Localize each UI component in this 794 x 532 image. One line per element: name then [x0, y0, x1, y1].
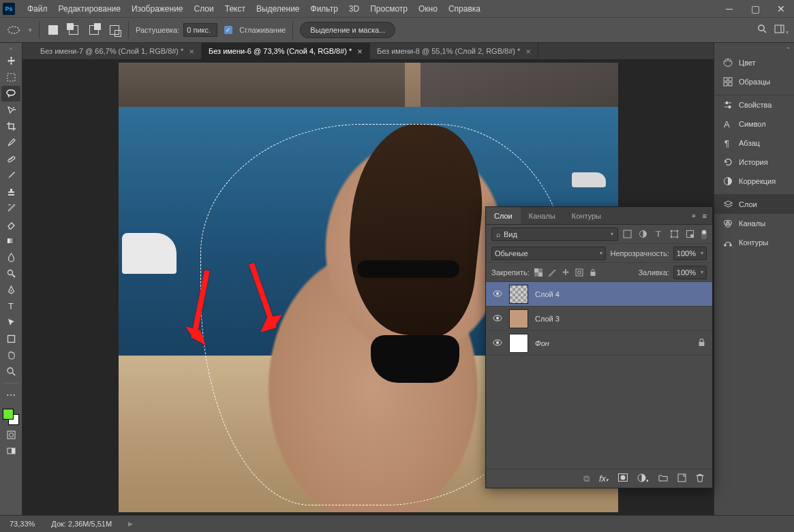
tool-move[interactable]	[1, 53, 20, 69]
add-selection-icon[interactable]	[67, 23, 80, 37]
tool-shape[interactable]	[1, 331, 20, 347]
panel-button-Абзац[interactable]: ¶Абзац	[714, 134, 794, 153]
toolbox-collapse-icon[interactable]: »	[1, 46, 20, 52]
panel-button-Контуры[interactable]: Контуры	[714, 233, 794, 252]
opacity-dropdown[interactable]: 100%▾	[673, 247, 707, 260]
panel-button-Слои[interactable]: Слои	[714, 195, 794, 214]
delete-layer-icon[interactable]	[696, 473, 704, 484]
document-info-chevron-icon[interactable]: ▶	[128, 520, 133, 527]
tool-pen[interactable]	[1, 282, 20, 298]
panel-button-Коррекция[interactable]: Коррекция	[714, 172, 794, 191]
filter-shape-icon[interactable]	[669, 230, 679, 239]
menu-текст[interactable]: Текст	[219, 4, 251, 14]
layer-filter-dropdown[interactable]: ⌕ ▾	[491, 228, 618, 241]
layer-name[interactable]: Фон	[535, 339, 549, 347]
tool-eraser[interactable]	[1, 217, 20, 232]
panel-menu-icon[interactable]: ≡	[703, 212, 707, 220]
filter-smart-icon[interactable]	[685, 230, 694, 239]
tool-type[interactable]: T	[1, 298, 20, 314]
menu-фильтр[interactable]: Фильтр	[305, 4, 343, 14]
menu-файл[interactable]: Файл	[22, 4, 53, 14]
tool-brush[interactable]	[1, 168, 20, 183]
layer-visibility-icon[interactable]	[493, 339, 502, 347]
intersect-selection-icon[interactable]	[108, 23, 121, 37]
maximize-button[interactable]: ▢	[742, 0, 768, 17]
tool-gradient[interactable]	[1, 233, 20, 249]
layer-mask-icon[interactable]	[618, 473, 628, 484]
filter-type-icon[interactable]: T	[654, 230, 663, 239]
close-tab-icon[interactable]: ×	[357, 46, 363, 57]
panel-tab-channels[interactable]: Каналы	[521, 207, 564, 224]
panel-collapse-icon[interactable]: »	[714, 45, 794, 53]
panel-button-Символ[interactable]: AСимвол	[714, 114, 794, 134]
panel-button-Свойства[interactable]: Свойства	[714, 95, 794, 114]
tool-path-select[interactable]	[1, 315, 20, 330]
filter-adjust-icon[interactable]	[638, 230, 647, 239]
tool-blur[interactable]	[1, 249, 20, 265]
lock-position-icon[interactable]	[561, 268, 570, 277]
tool-zoom[interactable]	[1, 364, 20, 379]
layer-item[interactable]: Фон	[486, 331, 712, 356]
panel-button-Образцы[interactable]: Образцы	[714, 72, 794, 91]
menu-справка[interactable]: Справка	[443, 4, 486, 14]
tool-healing[interactable]	[1, 151, 20, 167]
close-button[interactable]: ✕	[768, 0, 794, 17]
menu-изображение[interactable]: Изображение	[126, 4, 189, 14]
lock-transparency-icon[interactable]	[534, 268, 543, 277]
adjustment-layer-icon[interactable]: ▾	[637, 473, 649, 484]
new-selection-icon[interactable]	[46, 23, 60, 37]
color-swatches[interactable]	[1, 407, 20, 426]
lock-artboard-icon[interactable]	[575, 268, 584, 277]
link-layers-icon[interactable]: ⧉	[583, 473, 590, 484]
layer-thumbnail[interactable]	[509, 334, 528, 353]
lock-all-icon[interactable]	[588, 268, 598, 277]
layer-thumbnail[interactable]	[509, 285, 528, 304]
document-tab[interactable]: Без имени-6 @ 73,3% (Слой 4, RGB/8#) *×	[202, 43, 370, 59]
tool-hand[interactable]	[1, 347, 20, 363]
document-tab[interactable]: Без имени-8 @ 55,1% (Слой 2, RGB/8#) *×	[370, 43, 538, 59]
document-tab[interactable]: Без имени-7 @ 66,7% (Слой 1, RGB/8#) *×	[33, 43, 202, 59]
new-layer-icon[interactable]	[677, 473, 686, 484]
foreground-color-swatch[interactable]	[3, 409, 14, 420]
panel-button-Цвет[interactable]: Цвет	[714, 53, 794, 72]
workspace-switcher-icon[interactable]: ▾	[774, 24, 789, 36]
lock-pixels-icon[interactable]	[547, 268, 557, 277]
tool-marquee[interactable]	[1, 69, 20, 85]
select-and-mask-button[interactable]: Выделение и маска...	[300, 22, 395, 38]
tool-dodge[interactable]	[1, 266, 20, 281]
panel-button-Каналы[interactable]: Каналы	[714, 214, 794, 233]
menu-выделение[interactable]: Выделение	[251, 4, 305, 14]
current-tool-icon[interactable]	[5, 22, 22, 38]
panel-collapse-icon[interactable]: »	[692, 212, 696, 220]
antialias-checkbox[interactable]: ✓	[224, 26, 232, 34]
tool-lasso[interactable]	[1, 86, 20, 101]
tool-crop[interactable]	[1, 119, 20, 134]
fill-dropdown[interactable]: 100%▾	[673, 266, 707, 279]
layer-item[interactable]: Слой 4	[486, 282, 712, 307]
menu-просмотр[interactable]: Просмотр	[365, 4, 413, 14]
filter-pixel-icon[interactable]	[622, 230, 632, 239]
document-info[interactable]: Док: 2,36M/5,51M	[51, 520, 112, 528]
blend-mode-dropdown[interactable]: Обычные▾	[491, 247, 606, 260]
tool-history-brush[interactable]	[1, 200, 20, 216]
layer-item[interactable]: Слой 3	[486, 307, 712, 331]
layer-visibility-icon[interactable]	[493, 290, 502, 298]
new-group-icon[interactable]	[658, 473, 668, 484]
panel-tab-paths[interactable]: Контуры	[564, 207, 609, 224]
layer-thumbnail[interactable]	[509, 309, 528, 328]
screenmode-icon[interactable]	[1, 443, 20, 459]
menu-3d[interactable]: 3D	[343, 4, 365, 14]
panel-tab-layers[interactable]: Слои	[486, 207, 521, 224]
menu-слои[interactable]: Слои	[189, 4, 219, 14]
close-tab-icon[interactable]: ×	[525, 46, 531, 57]
close-tab-icon[interactable]: ×	[189, 46, 194, 57]
layer-visibility-icon[interactable]	[493, 315, 502, 323]
menu-редактирование[interactable]: Редактирование	[53, 4, 126, 14]
tool-edit-toolbar[interactable]: ⋯	[1, 387, 20, 403]
tool-eyedropper[interactable]	[1, 135, 20, 151]
filter-toggle[interactable]	[701, 230, 707, 239]
subtract-selection-icon[interactable]	[87, 23, 101, 37]
zoom-level[interactable]: 73,33%	[10, 520, 35, 528]
minimize-button[interactable]: ─	[716, 0, 742, 17]
menu-окно[interactable]: Окно	[413, 4, 443, 14]
